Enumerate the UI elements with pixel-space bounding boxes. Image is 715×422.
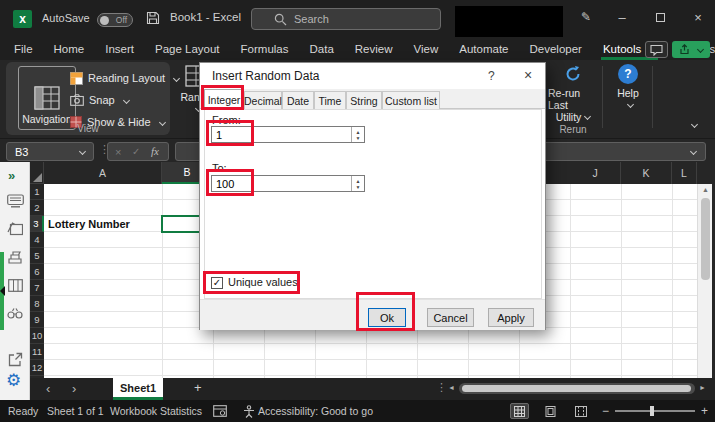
- row-header-2[interactable]: 2: [30, 200, 44, 216]
- find-pane-icon[interactable]: [6, 304, 24, 322]
- tab-home[interactable]: Home: [54, 38, 85, 60]
- close-button[interactable]: ×: [688, 10, 708, 25]
- clipboard-pane-icon[interactable]: [6, 220, 24, 238]
- snap-label: Snap: [89, 94, 115, 106]
- tab-view[interactable]: View: [414, 38, 439, 60]
- cell-a3[interactable]: Lottery Number: [44, 216, 162, 232]
- row-header-8[interactable]: 8: [30, 296, 44, 312]
- row-header-4[interactable]: 4: [30, 232, 44, 248]
- spin-down-icon[interactable]: ▼: [356, 184, 361, 190]
- vertical-scroll-thumb[interactable]: [701, 198, 710, 280]
- from-spinner[interactable]: ▲ ▼: [351, 127, 364, 142]
- columns-pane-icon[interactable]: [6, 276, 24, 294]
- hscroll-left-icon[interactable]: ◄: [448, 384, 455, 391]
- insert-function-icon[interactable]: fx: [151, 145, 159, 157]
- tab-review[interactable]: Review: [355, 38, 393, 60]
- zoom-slider-thumb[interactable]: [650, 406, 654, 416]
- tab-insert[interactable]: Insert: [105, 38, 134, 60]
- workbook-pane-icon[interactable]: [6, 192, 24, 210]
- snap-button[interactable]: Snap: [70, 90, 129, 110]
- popout-icon[interactable]: [6, 350, 24, 368]
- tabbar-ellipsis-icon[interactable]: ⋮: [436, 381, 447, 394]
- hscroll-right-icon[interactable]: ►: [699, 384, 706, 391]
- dialog-tab-date[interactable]: Date: [282, 91, 314, 109]
- cancel-button[interactable]: Cancel: [427, 308, 474, 327]
- column-header-j[interactable]: J: [570, 162, 621, 184]
- row-header-6[interactable]: 6: [30, 264, 44, 280]
- tab-page-layout[interactable]: Page Layout: [155, 38, 220, 60]
- account-redacted-box: [455, 6, 563, 37]
- row-header-1[interactable]: 1: [30, 184, 44, 200]
- navigation-button[interactable]: Navigation: [18, 66, 76, 130]
- dialog-tab-decimal[interactable]: Decimal: [244, 91, 282, 109]
- status-mode: Ready: [8, 400, 38, 422]
- page-break-view-button[interactable]: [571, 403, 590, 419]
- ribbon-collapse-icon[interactable]: [691, 121, 698, 128]
- row-header-3[interactable]: 3: [30, 216, 44, 232]
- select-all-button[interactable]: [30, 162, 44, 184]
- maximize-button[interactable]: [650, 10, 670, 25]
- dialog-tab-custom-list[interactable]: Custom list: [382, 91, 440, 109]
- search-input[interactable]: Search: [251, 8, 441, 30]
- minimize-button[interactable]: –: [612, 10, 632, 25]
- tab-developer[interactable]: Developer: [529, 38, 581, 60]
- tab-automate[interactable]: Automate: [459, 38, 508, 60]
- save-icon[interactable]: [146, 11, 160, 25]
- spin-down-icon[interactable]: ▼: [356, 135, 361, 141]
- row-header-10[interactable]: 10: [30, 328, 44, 344]
- horizontal-scroll-thumb[interactable]: [462, 385, 691, 392]
- sheet-tab-sheet1[interactable]: Sheet1: [113, 378, 163, 400]
- annotation-box-integer-tab: [201, 85, 244, 110]
- tab-file[interactable]: File: [14, 38, 33, 60]
- autosave-toggle[interactable]: Off: [97, 13, 133, 27]
- share-button[interactable]: [672, 41, 710, 58]
- annotation-box-ok-button: [356, 292, 415, 331]
- zoom-in-button[interactable]: +: [701, 400, 708, 422]
- normal-view-button[interactable]: [510, 403, 529, 419]
- dialog-close-button[interactable]: ×: [524, 67, 532, 83]
- pen-icon[interactable]: ✎: [576, 10, 596, 24]
- accessibility-status[interactable]: Accessibility: Good to go: [258, 400, 373, 422]
- name-box[interactable]: B3: [6, 142, 94, 161]
- row-header-5[interactable]: 5: [30, 248, 44, 264]
- to-spinner[interactable]: ▲ ▼: [351, 176, 364, 191]
- cancel-entry-icon[interactable]: ×: [115, 146, 121, 158]
- row-header-7[interactable]: 7: [30, 280, 44, 296]
- column-header-l[interactable]: L: [672, 162, 697, 184]
- zoom-out-button[interactable]: −: [602, 400, 609, 422]
- tab-data[interactable]: Data: [310, 38, 334, 60]
- dialog-help-button[interactable]: ?: [488, 69, 495, 83]
- help-label: Help: [617, 87, 639, 99]
- comments-button[interactable]: [645, 41, 668, 58]
- expand-pane-icon[interactable]: »: [8, 168, 14, 183]
- apply-button[interactable]: Apply: [488, 308, 534, 327]
- excel-logo-icon[interactable]: x: [13, 10, 32, 28]
- row-header-12[interactable]: 12: [30, 360, 44, 376]
- reading-layout-button[interactable]: Reading Layout: [70, 68, 179, 88]
- dialog-tab-string[interactable]: String: [346, 91, 382, 109]
- vertical-scrollbar[interactable]: ▲: [697, 184, 712, 378]
- workbook-statistics-button[interactable]: Workbook Statistics: [110, 400, 202, 422]
- row-header-9[interactable]: 9: [30, 312, 44, 328]
- column-header-a[interactable]: A: [44, 162, 162, 184]
- next-sheet-icon[interactable]: ›: [72, 381, 76, 396]
- zoom-slider[interactable]: [615, 410, 695, 412]
- pane-collapse-arrow[interactable]: [0, 286, 5, 296]
- dialog-tab-time[interactable]: Time: [314, 91, 346, 109]
- tab-formulas[interactable]: Formulas: [241, 38, 289, 60]
- annotation-box-unique-values: [203, 271, 300, 294]
- scroll-up-icon[interactable]: ▲: [702, 186, 709, 193]
- settings-gear-icon[interactable]: ⚙: [6, 370, 21, 391]
- add-sheet-button[interactable]: +: [194, 380, 202, 395]
- autosave-state: Off: [116, 15, 127, 25]
- camera-table-icon[interactable]: [213, 400, 227, 422]
- rerun-last-utility-button[interactable]: Re-run Last Utility: [548, 64, 598, 123]
- help-button[interactable]: ? Help: [608, 64, 648, 107]
- column-header-k[interactable]: K: [621, 162, 672, 184]
- prev-sheet-icon[interactable]: ‹: [46, 381, 50, 396]
- horizontal-scrollbar[interactable]: [459, 383, 695, 394]
- shapes-pane-icon[interactable]: [6, 248, 24, 266]
- enter-entry-icon[interactable]: ✓: [132, 146, 140, 157]
- page-layout-view-button[interactable]: [541, 403, 560, 419]
- row-header-11[interactable]: 11: [30, 344, 44, 360]
